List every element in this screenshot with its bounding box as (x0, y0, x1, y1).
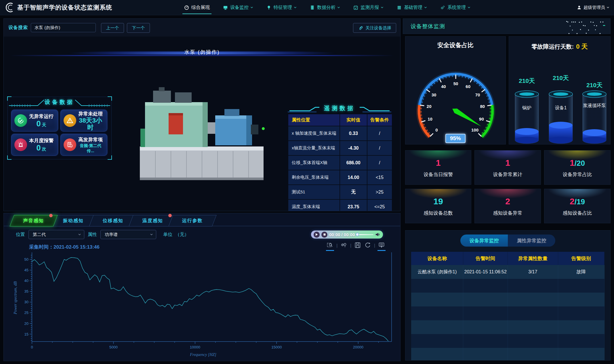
stat-device-today-alarms: 1 设备当日报警 (405, 150, 471, 185)
nav-item-monthly-report[interactable]: 监测月报 (353, 0, 384, 15)
nav-item-data-analysis[interactable]: 数据分析 (310, 0, 340, 15)
position-select[interactable]: 第二代 (28, 230, 84, 239)
calendar-icon (353, 5, 358, 10)
svg-text:30: 30 (432, 92, 436, 97)
svg-text:40: 40 (24, 279, 28, 283)
svg-text:45: 45 (24, 268, 28, 272)
focus-device-select-button[interactable]: 关注设备选择 (353, 23, 396, 33)
alarm-table: 设备名称 告警时间 异常属性数量 告警级别 云酷水泵 (勿操作1) 2021-0… (411, 252, 605, 361)
nav-item-device-monitor[interactable]: 设备监控 (223, 0, 253, 15)
svg-text:100: 100 (471, 127, 478, 132)
audio-player: 00:00 / 00:00 (311, 230, 383, 239)
svg-text:40: 40 (441, 84, 446, 89)
tab-sound-sense[interactable]: 声音感知 (9, 215, 58, 226)
device-viewer-panel: 设备搜索 上一个 下一个 关注设备选择 水泵 (勿操作) (3, 18, 401, 211)
separator: | (336, 243, 337, 248)
alarm-table-row[interactable]: 云酷水泵 (勿操作1) 2021-01-15 11:06:52 3/17 故障 (411, 265, 605, 279)
chart-toolbar: | | | (326, 241, 385, 249)
next-device-button[interactable]: 下一个 (127, 23, 150, 33)
svg-text:10: 10 (428, 117, 432, 121)
save-image-icon[interactable] (354, 241, 361, 249)
telemetry-row: 剩余电压_泵体末端 14.00 <15 (288, 170, 391, 184)
previous-device-button[interactable]: 上一个 (101, 23, 124, 33)
3d-viewport[interactable]: 水泵 (勿操作) (4, 37, 400, 211)
overview-header: 设备整体监测 (403, 18, 611, 34)
volume-slider[interactable] (357, 234, 373, 235)
device-search-bar: 设备搜索 上一个 下一个 关注设备选择 (4, 19, 400, 37)
stat-card-month-alarms: 本月度报警 0次 (11, 134, 58, 156)
alarm-table-empty-rows (411, 279, 605, 361)
data-zoom-icon[interactable] (326, 241, 334, 249)
svg-text:50: 50 (24, 257, 28, 262)
attribute-label: 属性 (88, 232, 97, 238)
svg-text:25: 25 (24, 310, 28, 315)
svg-text:0: 0 (31, 345, 33, 349)
cylinder-name: 设备1 (549, 105, 573, 111)
siren-icon (14, 138, 27, 151)
alarm-table-row-empty (411, 320, 605, 334)
separator: | (350, 243, 351, 248)
svg-text:20: 20 (427, 104, 432, 109)
telemetry-row: 测试51 无 >25 (288, 185, 391, 199)
svg-text:0: 0 (435, 127, 438, 132)
overview-stats-grid: 1 设备当日报警 1 设备异常累计 1/20 设备异常占比 19 感知设备总数 … (405, 150, 611, 223)
svg-text:30: 30 (24, 300, 28, 304)
stat-device-abnormal-ratio: 1/20 设备异常占比 (544, 150, 611, 185)
chevron-down-icon (150, 233, 153, 236)
user-menu[interactable]: 超级管理员 (577, 0, 609, 15)
main-menu: 综合展现 设备监控 特征管理 数据分析 监测月报 (184, 0, 470, 15)
top-navbar: 基于智能声学的设备状态监测系统 综合展现 设备监控 特征管理 数据分析 (0, 0, 614, 15)
volume-knob[interactable] (356, 233, 359, 236)
list-icon (397, 5, 402, 10)
tab-device-abnormal-monitor[interactable]: 设备异常监控 (460, 235, 508, 247)
svg-text:20: 20 (24, 321, 28, 326)
device-banner: 水泵 (勿操作) (4, 47, 400, 57)
monitor-icon (223, 5, 228, 10)
stop-button[interactable] (321, 232, 327, 238)
device-data-panel: 设备数据 无异常运行 0天 (7, 97, 112, 159)
svg-text:Frequency [HZ]: Frequency [HZ] (190, 352, 216, 357)
chevron-down-icon (78, 233, 81, 236)
nav-item-overview[interactable]: 综合展现 (184, 0, 210, 15)
cylinder-days: 210天 (515, 77, 539, 85)
data-view-icon[interactable] (378, 241, 385, 249)
nav-item-base-mgmt[interactable]: 基础管理 (397, 0, 427, 15)
alarm-table-row-empty (411, 293, 605, 306)
sense-tabs: 声音感知 振动感知 位移感知 温度感知 运行参数 (12, 215, 210, 226)
nav-item-system-mgmt[interactable]: 系统管理 (440, 0, 470, 15)
cylinder-days: 210天 (549, 74, 573, 82)
stat-sensor-total: 19 感知设备总数 (405, 189, 471, 223)
player-time: 00:00 / 00:00 (329, 232, 355, 237)
stat-sensor-abnormal: 2 感知设备异常 (474, 189, 541, 223)
dashboard-icon (184, 5, 189, 10)
device-search-input[interactable] (31, 23, 96, 32)
stat-card-frequent-abnormal: 高发异常项 音频-第二代传... (60, 134, 107, 156)
app-logo-icon (4, 1, 16, 14)
equipment-monitoring-dashboard: 基于智能声学的设备状态监测系统 综合展现 设备监控 特征管理 数据分析 (0, 0, 614, 364)
tab-attribute-abnormal-monitor[interactable]: 属性异常监控 (508, 235, 555, 247)
svg-text:Power spectrum, dB: Power spectrum, dB (13, 281, 18, 315)
svg-text:20000: 20000 (353, 345, 363, 349)
zoom-reset-icon[interactable] (340, 241, 348, 249)
cylinder-name: 锅炉 (515, 105, 539, 111)
gear-icon (440, 5, 445, 10)
power-spectrum-chart: 152025303540455005000100001500020000Freq… (12, 250, 394, 358)
restore-icon[interactable] (364, 241, 371, 249)
stat-card-normal-run: 无异常运行 0天 (11, 110, 58, 132)
user-icon (577, 5, 581, 10)
play-button[interactable] (314, 232, 320, 238)
pump-3d-model (135, 85, 270, 195)
app-title: 基于智能声学的设备状态监测系统 (17, 0, 112, 15)
zero-fault-days-card: 零故障运行天数:0 天 210天 210天 210天 锅炉 设备1 浆液循环泵 (509, 36, 611, 144)
alarm-table-row-empty (411, 306, 605, 320)
cylinder-name: 浆液循环泵 (582, 103, 607, 108)
tab-run-params[interactable]: 运行参数 (168, 215, 216, 226)
attribute-select[interactable]: 功率谱 (100, 230, 156, 239)
paperclip-icon (358, 25, 363, 31)
speaker-icon[interactable] (375, 232, 380, 237)
telemetry-row: 温度_泵体末端 23.75 <=25 (288, 200, 391, 211)
nav-item-feature-mgmt[interactable]: 特征管理 (266, 0, 297, 15)
telemetry-row: x 轴加速度值_泵体末端 0.33 / (288, 126, 391, 140)
telemetry-row: x轴直流分量_泵体末端 -4.30 / (288, 141, 391, 155)
chevron-down-icon (337, 6, 340, 9)
